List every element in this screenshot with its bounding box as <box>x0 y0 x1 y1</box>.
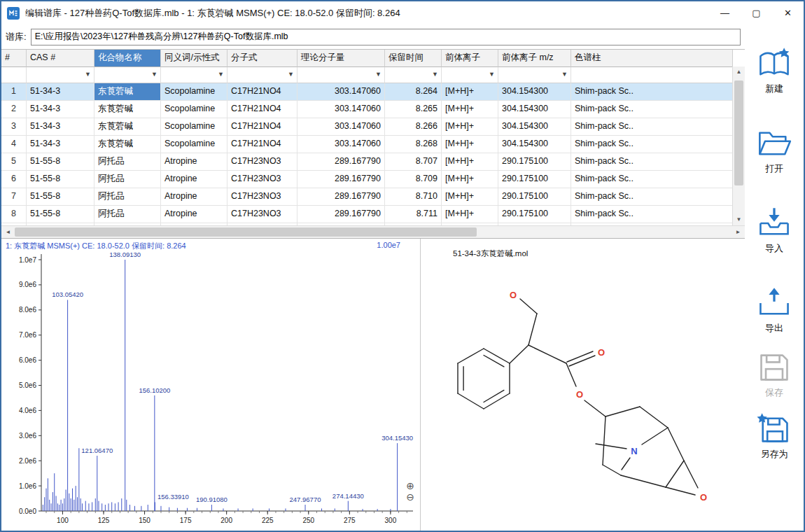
table-row[interactable]: 351-34-3东莨菪碱ScopolamineC17H21NO4303.1470… <box>1 118 745 136</box>
column-header[interactable]: 化合物名称 <box>94 50 161 67</box>
filter-cell[interactable] <box>571 67 733 83</box>
table-cell[interactable]: 51-55-8 <box>27 188 94 206</box>
table-cell[interactable]: Atropine <box>161 171 227 188</box>
table-cell[interactable]: 51-34-3 <box>27 136 94 153</box>
table-cell[interactable]: C17H23NO3 <box>227 153 298 171</box>
table-cell[interactable]: 51-34-3 <box>27 83 94 101</box>
filter-cell[interactable]: ▼ <box>27 67 94 83</box>
table-cell[interactable]: 4 <box>1 136 27 153</box>
table-cell[interactable]: [M+H]+ <box>442 206 498 223</box>
scroll-left-icon[interactable]: ◄ <box>3 229 13 235</box>
table-row[interactable]: 96190-65-4去乙基阿特拉津Atrazine-dese...C6H10Cl… <box>1 223 745 226</box>
table-cell[interactable]: 187.062470 <box>298 223 385 226</box>
scroll-right-icon[interactable]: ► <box>733 229 743 235</box>
zoom-out-icon[interactable]: ⊖ <box>406 491 414 503</box>
table-cell[interactable]: 51-55-8 <box>27 153 94 171</box>
column-header[interactable]: 分子式 <box>227 50 298 67</box>
table-cell[interactable]: 289.167790 <box>298 153 385 171</box>
table-cell[interactable]: 1 <box>1 83 27 101</box>
table-cell[interactable]: Shim-pack Sc.. <box>571 206 733 223</box>
table-horizontal-scrollbar[interactable]: ◄ ► <box>1 225 745 238</box>
close-button[interactable]: ✕ <box>772 1 804 25</box>
table-cell[interactable]: 去乙基阿特拉津 <box>94 223 161 226</box>
table-cell[interactable]: [M+H]+ <box>442 223 498 226</box>
table-cell[interactable]: Shim-pack Sc.. <box>571 136 733 153</box>
table-cell[interactable]: 188.069800 <box>498 223 571 226</box>
table-cell[interactable]: 303.147060 <box>298 101 385 118</box>
table-cell[interactable]: 303.147060 <box>298 136 385 153</box>
table-cell[interactable]: C6H10ClN5 <box>227 223 298 226</box>
table-cell[interactable]: 8.707 <box>385 153 442 171</box>
table-cell[interactable]: 阿托品 <box>94 171 161 188</box>
table-cell[interactable]: Scopolamine <box>161 136 227 153</box>
table-cell[interactable]: 304.154300 <box>498 101 571 118</box>
table-cell[interactable]: 东莨菪碱 <box>94 136 161 153</box>
table-cell[interactable]: 8.264 <box>385 83 442 101</box>
scroll-up-icon[interactable]: ▲ <box>733 66 745 78</box>
table-cell[interactable]: 6190-65-4 <box>27 223 94 226</box>
export-button[interactable]: 导出 <box>755 286 793 335</box>
new-button[interactable]: 新建 <box>755 46 793 95</box>
table-cell[interactable]: 290.175100 <box>498 188 571 206</box>
table-cell[interactable]: [M+H]+ <box>442 171 498 188</box>
table-cell[interactable]: C17H23NO3 <box>227 171 298 188</box>
table-cell[interactable]: 东莨菪碱 <box>94 118 161 136</box>
table-cell[interactable]: 290.175100 <box>498 153 571 171</box>
table-cell[interactable]: Atropine <box>161 188 227 206</box>
table-cell[interactable]: 290.175100 <box>498 171 571 188</box>
column-header[interactable]: 保留时间 <box>385 50 442 67</box>
column-header[interactable]: 色谱柱 <box>571 50 733 67</box>
table-vertical-scrollbar[interactable]: ▲ ▼ <box>732 66 745 226</box>
table-cell[interactable]: 51-34-3 <box>27 101 94 118</box>
table-cell[interactable]: C17H21NO4 <box>227 83 298 101</box>
table-row[interactable]: 251-34-3东莨菪碱ScopolamineC17H21NO4303.1470… <box>1 101 745 118</box>
table-cell[interactable]: 阿托品 <box>94 188 161 206</box>
table-cell[interactable]: Shim-pack Sc.. <box>571 101 733 118</box>
table-cell[interactable]: 10.578 <box>385 223 442 226</box>
table-cell[interactable]: 51-34-3 <box>27 118 94 136</box>
table-cell[interactable]: 2 <box>1 101 27 118</box>
table-cell[interactable]: 东莨菪碱 <box>94 101 161 118</box>
scroll-down-icon[interactable]: ▼ <box>733 214 745 225</box>
table-cell[interactable]: 8.266 <box>385 118 442 136</box>
table-cell[interactable]: [M+H]+ <box>442 136 498 153</box>
table-row[interactable]: 151-34-3东莨菪碱ScopolamineC17H21NO4303.1470… <box>1 83 745 101</box>
table-cell[interactable]: Scopolamine <box>161 83 227 101</box>
column-header[interactable]: 同义词/示性式 <box>161 50 227 67</box>
table-cell[interactable]: Atropine <box>161 153 227 171</box>
table-cell[interactable]: 8.709 <box>385 171 442 188</box>
table-cell[interactable]: C17H23NO3 <box>227 188 298 206</box>
table-cell[interactable]: 8.265 <box>385 101 442 118</box>
table-cell[interactable]: Shim-pack Sc.. <box>571 83 733 101</box>
column-header[interactable]: 前体离子 <box>442 50 498 67</box>
table-cell[interactable]: 7 <box>1 188 27 206</box>
table-cell[interactable]: 289.167790 <box>298 188 385 206</box>
filter-cell[interactable]: ▼ <box>298 67 385 83</box>
column-header[interactable]: # <box>1 50 27 67</box>
filter-cell[interactable]: ▼ <box>161 67 227 83</box>
zoom-in-icon[interactable]: ⊕ <box>406 480 414 491</box>
table-cell[interactable]: Atropine <box>161 206 227 223</box>
table-cell[interactable]: Atrazine-dese... <box>161 223 227 226</box>
filter-cell[interactable]: ▼ <box>385 67 442 83</box>
table-row[interactable]: 751-55-8阿托品AtropineC17H23NO3289.1677908.… <box>1 188 745 206</box>
filter-cell[interactable]: ▼ <box>94 67 161 83</box>
table-cell[interactable]: 304.154300 <box>498 83 571 101</box>
table-cell[interactable]: 8.711 <box>385 206 442 223</box>
minimize-button[interactable]: — <box>709 1 741 25</box>
table-cell[interactable]: Scopolamine <box>161 118 227 136</box>
table-cell[interactable]: [M+H]+ <box>442 118 498 136</box>
table-cell[interactable]: C17H23NO3 <box>227 206 298 223</box>
filter-cell[interactable]: ▼ <box>227 67 298 83</box>
column-header[interactable]: CAS # <box>27 50 94 67</box>
hscroll-thumb[interactable] <box>15 227 477 237</box>
table-cell[interactable]: Shim-pack Sc.. <box>571 188 733 206</box>
table-cell[interactable]: 9 <box>1 223 27 226</box>
table-cell[interactable]: 289.167790 <box>298 171 385 188</box>
column-header[interactable]: 理论分子量 <box>298 50 385 67</box>
table-cell[interactable]: [M+H]+ <box>442 188 498 206</box>
saveas-button[interactable]: 另存为 <box>755 412 793 461</box>
import-button[interactable]: 导入 <box>755 206 793 255</box>
table-cell[interactable]: [M+H]+ <box>442 83 498 101</box>
table-cell[interactable]: [M+H]+ <box>442 101 498 118</box>
